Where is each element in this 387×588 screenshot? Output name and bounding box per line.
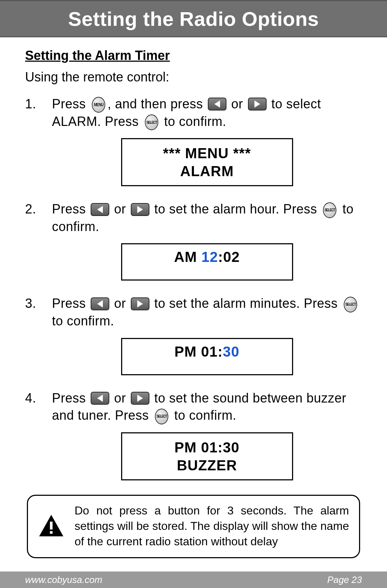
note-box: Do not press a button for 3 seconds. The…	[27, 495, 360, 559]
note-text: Do not press a button for 3 seconds. The…	[75, 503, 349, 550]
right-arrow-icon	[131, 297, 149, 310]
step-3: Press or to set the alarm minutes. Press…	[25, 295, 362, 375]
step-text: or	[110, 202, 130, 216]
svg-rect-2	[50, 531, 52, 533]
step-text: or	[228, 97, 247, 111]
step-4: Press or to set the sound between buzzer…	[25, 390, 362, 480]
content-area: Setting the Alarm Timer Using the remote…	[0, 37, 387, 558]
lcd-display-4: PM 01:30 BUZZER	[121, 432, 293, 480]
step-text: Press	[52, 296, 90, 311]
select-button-icon: SELECT	[344, 297, 357, 312]
lcd-line: PM 01:30	[126, 343, 288, 361]
footer-url: www.cobyusa.com	[25, 574, 102, 585]
lcd-suffix: :02	[218, 249, 240, 265]
lcd-line: *** MENU ***	[126, 144, 288, 162]
lcd-line: AM 12:02	[126, 248, 288, 266]
select-button-icon: SELECT	[155, 409, 168, 424]
lcd-line: ALARM	[126, 162, 288, 180]
lcd-prefix: PM 01:	[175, 344, 223, 359]
footer-bar: www.cobyusa.com Page 23	[0, 571, 387, 588]
step-1: Press MENU, and then press or to select …	[25, 95, 362, 186]
step-text: to confirm.	[171, 408, 236, 423]
lcd-line: PM 01:30	[126, 438, 288, 456]
step-text: to set the alarm hour. Press	[150, 202, 321, 216]
step-2: Press or to set the alarm hour. Press SE…	[25, 201, 362, 281]
select-button-icon: SELECT	[323, 202, 336, 218]
lcd-display-3: PM 01:30	[121, 338, 293, 375]
step-text: to confirm.	[161, 114, 226, 129]
step-text: or	[110, 391, 130, 405]
right-arrow-icon	[131, 392, 149, 405]
left-arrow-icon	[91, 203, 109, 216]
section-subtitle: Setting the Alarm Timer	[25, 48, 362, 63]
lcd-highlight: 12	[201, 249, 218, 265]
step-text: , and then press	[108, 97, 207, 111]
steps-list: Press MENU, and then press or to select …	[25, 95, 362, 480]
lcd-display-2: AM 12:02	[121, 243, 293, 281]
svg-rect-1	[50, 522, 52, 530]
right-arrow-icon	[131, 203, 149, 216]
footer-page: Page 23	[327, 574, 362, 585]
lcd-prefix: AM	[174, 249, 201, 265]
intro-text: Using the remote control:	[25, 70, 362, 85]
header-bar: Setting the Radio Options	[0, 0, 387, 37]
select-button-icon: SELECT	[145, 114, 158, 130]
step-text: Press	[52, 97, 90, 111]
step-text: Press	[52, 391, 90, 405]
left-arrow-icon	[208, 98, 226, 110]
warning-icon	[38, 514, 64, 539]
page-title: Setting the Radio Options	[68, 7, 319, 30]
left-arrow-icon	[91, 297, 109, 310]
step-text: or	[110, 296, 130, 311]
lcd-line: BUZZER	[126, 456, 288, 474]
left-arrow-icon	[91, 392, 109, 405]
lcd-highlight: 30	[223, 344, 240, 359]
lcd-display-1: *** MENU *** ALARM	[121, 138, 293, 186]
step-text: Press	[52, 202, 90, 216]
menu-button-icon: MENU	[92, 97, 105, 113]
step-text: to confirm.	[52, 314, 114, 328]
step-text: to set the alarm minutes. Press	[150, 296, 341, 311]
right-arrow-icon	[248, 98, 267, 110]
